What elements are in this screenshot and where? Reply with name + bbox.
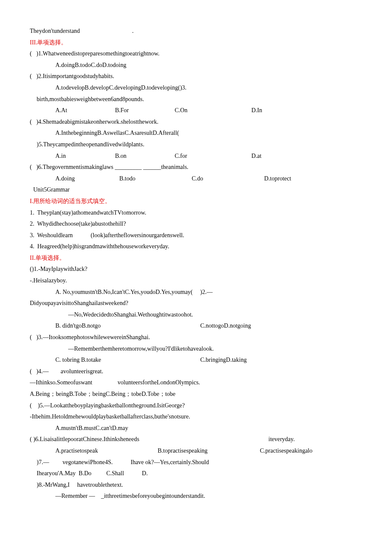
opt-b: B.For [115,105,175,116]
q3-5-options: A.in B.on C.for D.at [30,151,362,162]
opt-c: C.for [175,151,251,162]
c-q7b: Ihearyou'A.May B.Do C.Shall D. [30,468,362,479]
q3-6-options: A.doing B.todo C.do D.toprotect [30,173,362,185]
opt-c: C.On [175,105,251,116]
b-q1: 1. Theyplan(stay)athomeandwatchTVtomorro… [30,207,362,219]
c-q2-options: B. didn'tgoB.notgo C.nottogoD.notgoing [30,320,362,332]
q3-1: ( )1.Whatweneedistopreparesomethingtoeat… [30,48,362,60]
c-q4a: ( )4.— avolunteerisgreat. [30,366,362,378]
q3-2-options: A.todevelopB.developC.developingD.todeve… [30,82,362,94]
opt-b: B.on [115,151,175,162]
c-q2b: —No,WedecidedtoShanghai.Wethoughtitwasto… [30,309,362,321]
top-line: Theydon'tunderstand . [30,26,362,37]
c-q1b: -.Heisalazyboy. [30,275,362,287]
b-q3: 3. Weshouldlearn (look)aftertheflowersin… [30,230,362,241]
opt-left: B. didn'tgoB.notgo [55,320,200,332]
q3-1-options: A.doingB.todoC.doD.todoing [30,60,362,71]
c-q7a: )7.— vegotanewiPhone4S. Ihave ok?—Yes,ce… [30,457,362,468]
section-2b-heading: II.单项选择。 [30,253,362,264]
opt-a: A.At [55,105,115,116]
opt-right: C.nottogoD.notgoing [200,320,251,332]
opt-b: B.topractisespeaking [158,445,260,457]
q3-4-options: A.InthebeginningB.AswellasC.AsaresultD.A… [30,128,362,139]
c-q8a: )8.-MrWang,I havetroublethetext. [30,479,362,491]
c-q3a: ( )3.—ItooksomephotoswhilewewereinShangh… [30,332,362,343]
opt-d: D.In [251,105,262,116]
c-q2a: DidyoupayavisittoShanghailastweekend? [30,298,362,309]
opt-b: B.todo [119,173,192,185]
section-1b-heading: I.用所给动词的适当形式填空。 [30,196,362,207]
q3-3-options: A.At B.For C.On D.In [30,105,362,116]
c-q3-options: C. tobring B.totake C.bringingD.taking [30,355,362,366]
opt-d: D.toprotect [264,173,291,185]
c-q5a: ( )5.—Lookattheboyplayingbasketballonthe… [30,400,362,412]
b-q4: 4. Heagreed(help)hisgrandmawiththehousew… [30,241,362,253]
c-q8b: —Remember — _itthreetimesbeforeyoubegint… [30,491,362,502]
c-q6-row: ( )6.LisaisalittlepooratChinese.Ithinksh… [30,434,362,445]
b-q2: 2. Whydidhechoose(take)abustothehill? [30,218,362,230]
c-q3b: —Rememberthemheretomorrow,willyou?I'dlik… [30,343,362,355]
opt-a: A.practisetospeak [55,445,158,457]
q3-4: ( )4.Shemadeabigmistakeonherwork.shelost… [30,116,362,128]
c-q6a: ( )6.LisaisalittlepooratChinese.Ithinksh… [30,434,268,445]
opt-d: D.at [251,151,262,162]
q3-5: )5.Theycampedintheopenandlivedwildplants… [30,139,362,151]
c-q6-options: A.practisetospeak B.topractisespeaking C… [30,445,362,457]
c-q6-tail: iteveryday. [268,434,295,445]
c-q4b: —Ithinkso.Someofuswant volunteersfortheL… [30,377,362,389]
q3-3: birth,mostbabiesweighbetween6and8pounds. [30,94,362,105]
opt-left: C. tobring B.totake [55,355,200,366]
c-q1-options: A. No,youmustn'tB.No,Ican'tC.Yes,youdoD.… [30,287,362,298]
c-q5-options: A.mustn'tB.mustC.can'tD.may [30,423,362,434]
opt-c: C.do [192,173,264,185]
c-q5b: -Itbehim.Hetoldmehewouldplaybasketballaf… [30,411,362,423]
c-q1a: ()1.-MayIplaywithJack? [30,264,362,275]
opt-a: A.doing [55,173,119,185]
unit-title: Unit5Grammar [30,184,362,196]
opt-c: C.practisespeakingalo [260,445,312,457]
q3-2: ( )2.Itisimportantgoodstudyhabits. [30,71,362,82]
section-3-heading: III.单项选择。 [30,37,362,49]
c-q4-options: A.Being；beingB.Tobe；beingC.Being；tobeD.T… [30,389,362,400]
opt-a: A.in [55,151,115,162]
q3-6: ( )6.Thegovernmentismakinglaws _________… [30,162,362,173]
opt-right: C.bringingD.taking [200,355,247,366]
